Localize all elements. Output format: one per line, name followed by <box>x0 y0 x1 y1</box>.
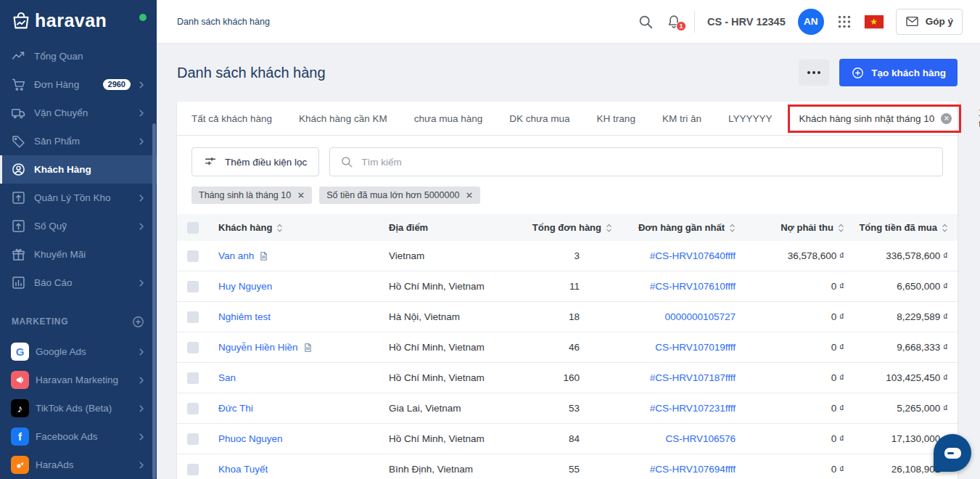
sidebar-item-tiktok-ads[interactable]: ♪ TikTok Ads (Beta) <box>0 394 157 422</box>
tab[interactable]: KH trang <box>597 113 635 124</box>
customer-name-link[interactable]: Khoa Tuyết <box>218 464 268 475</box>
add-filter-button[interactable]: Thêm điều kiện lọc <box>192 147 319 176</box>
customer-name-link[interactable]: San <box>218 372 236 383</box>
sidebar-item-cashbox[interactable]: Số Quỹ <box>0 212 157 240</box>
sidebar-item-google-ads[interactable]: G Google Ads <box>0 337 157 366</box>
sidebar-item-haraads[interactable]: HaraAds <box>0 451 157 479</box>
column-header[interactable]: Khách hàng <box>218 222 283 233</box>
customer-name-link[interactable]: Van anh <box>218 250 254 261</box>
sidebar-item-chart-line[interactable]: Tổng Quan <box>0 42 157 70</box>
add-channel-icon[interactable] <box>131 315 145 329</box>
filter-chip: Số tiền đã mua lớn hơn 5000000 <box>319 187 480 204</box>
feedback-label: Góp ý <box>926 16 953 27</box>
tab-close-icon[interactable] <box>941 113 952 124</box>
sidebar-item-cart[interactable]: Đơn Hàng 2960 <box>0 70 157 99</box>
brand-logo[interactable]: haravan <box>0 0 157 41</box>
cell-total-orders: 84 <box>508 433 612 444</box>
cell-total-spent: 5,265,000 ₫ <box>844 403 958 414</box>
avatar[interactable]: AN <box>798 9 824 35</box>
apps-grid-icon[interactable] <box>836 14 852 30</box>
recent-order-link[interactable]: 0000000105727 <box>664 311 736 322</box>
cell-debt: 0 ₫ <box>736 311 844 322</box>
column-header[interactable]: Địa điểm <box>389 222 508 233</box>
sidebar-item-report[interactable]: Báo Cáo <box>0 269 157 297</box>
row-checkbox[interactable] <box>187 433 199 445</box>
vietnam-flag-icon[interactable]: ★ <box>865 15 884 28</box>
sidebar-item-inventory[interactable]: Quản Lý Tồn Kho <box>0 184 157 212</box>
recent-order-link[interactable]: #CS-HRV107640ffff <box>650 250 736 261</box>
customer-name-link[interactable]: Nghiêm test <box>218 311 271 322</box>
cell-debt: 0 ₫ <box>736 433 844 444</box>
row-checkbox[interactable] <box>187 403 199 414</box>
create-customer-label: Tạo khách hàng <box>871 67 946 78</box>
column-header[interactable]: Nợ phải thu <box>736 222 844 233</box>
tab-label: chưa mua hàng <box>414 113 483 124</box>
column-header[interactable]: Tổng tiền đã mua <box>844 222 948 233</box>
tab-label: Khách hàng sinh nhật tháng 10 <box>799 113 934 124</box>
recent-order-link[interactable]: #CS-HRV107187ffff <box>650 372 736 383</box>
chevron-right-icon <box>136 404 147 414</box>
chevron-right-icon <box>136 80 147 90</box>
sidebar-item-label: HaraAds <box>36 459 74 470</box>
select-all-checkbox[interactable] <box>187 222 199 234</box>
customer-name-link[interactable]: Phuoc Nguyen <box>218 433 283 444</box>
sidebar-nav: Tổng Quan Đơn Hàng 2960 Vận Chuyển Sản P… <box>0 41 157 297</box>
chip-remove-icon[interactable] <box>297 192 305 199</box>
column-header-label: Địa điểm <box>389 222 428 233</box>
row-checkbox[interactable] <box>187 250 199 262</box>
feedback-button[interactable]: Góp ý <box>896 9 963 35</box>
notifications-button[interactable]: 1 <box>666 14 682 30</box>
tab[interactable]: KM tri ân <box>662 113 701 124</box>
sidebar-scrollbar[interactable] <box>152 123 156 479</box>
add-filter-label: Thêm điều kiện lọc <box>225 157 307 168</box>
tab[interactable]: DK chưa mua <box>509 113 569 124</box>
customer-name-link[interactable]: Nguyễn Hiền Hiền <box>218 342 298 353</box>
recent-order-link[interactable]: #CS-HRV107231ffff <box>650 403 736 414</box>
sidebar-item-tag[interactable]: Sản Phẩm <box>0 127 157 155</box>
tab-label: Tất cả khách hàng <box>192 113 272 124</box>
tab[interactable]: Tất cả khách hàng <box>192 113 272 124</box>
sidebar-item-truck[interactable]: Vận Chuyển <box>0 99 157 127</box>
row-checkbox[interactable] <box>187 372 199 384</box>
recent-order-link[interactable]: CS-HRV106576 <box>665 433 736 444</box>
sidebar-item-gift[interactable]: Khuyến Mãi <box>0 240 157 269</box>
cell-total-orders: 11 <box>508 281 612 292</box>
tab-label: KM tri ân <box>662 113 701 124</box>
row-checkbox[interactable] <box>187 281 199 292</box>
tab-active[interactable]: Khách hàng sinh nhật tháng 10 <box>799 113 952 124</box>
recent-order-link[interactable]: #CS-HRV107694ffff <box>650 464 736 475</box>
table-row: Khoa Tuyết Bình Định, Vietnam 55 #CS-HRV… <box>177 454 958 479</box>
row-checkbox[interactable] <box>187 464 199 475</box>
customer-name-link[interactable]: Đức Thi <box>218 403 253 414</box>
topbar: Danh sách khách hàng 1 CS - HRV 12345 AN… <box>157 0 980 44</box>
cell-debt: 36,578,600 ₫ <box>736 250 844 261</box>
recent-order-link[interactable]: #CS-HRV107610ffff <box>650 281 736 292</box>
cart-icon <box>11 77 26 92</box>
tab[interactable]: chưa mua hàng <box>414 113 483 124</box>
row-checkbox[interactable] <box>187 311 199 323</box>
column-header[interactable]: Tổng đơn hàng <box>508 222 612 233</box>
sidebar-item-label: Khuyến Mãi <box>34 249 86 260</box>
sidebar-item-facebook-ads[interactable]: f Facebook Ads <box>0 422 157 451</box>
row-checkbox[interactable] <box>187 342 199 353</box>
chip-remove-icon[interactable] <box>466 192 473 199</box>
column-header-label: Đơn hàng gần nhất <box>638 222 725 233</box>
customer-name-link[interactable]: Huy Nguyen <box>218 281 272 292</box>
search-icon[interactable] <box>638 14 654 30</box>
tabs-bar: Tất cả khách hàng Khách hàng cần KM chưa… <box>177 102 958 136</box>
sidebar-item-customer[interactable]: Khách Hàng <box>0 155 157 184</box>
search-input[interactable] <box>361 157 932 168</box>
sidebar-item-haravan-marketing[interactable]: Haravan Marketing <box>0 366 157 394</box>
table-header: Khách hàng Địa điểm Tổng đơn hàng Đơn hà… <box>177 214 958 241</box>
chat-button[interactable] <box>934 434 971 472</box>
tab[interactable]: LYYYYYY <box>728 113 773 124</box>
cell-total-orders: 55 <box>508 464 612 475</box>
tab[interactable]: Khách hàng cần KM <box>299 113 387 124</box>
more-actions-button[interactable] <box>799 60 829 86</box>
create-customer-button[interactable]: Tạo khách hàng <box>839 59 958 86</box>
cell-total-orders: 53 <box>508 403 612 414</box>
column-header[interactable]: Đơn hàng gần nhất <box>612 222 736 233</box>
filter-chip-label: Số tiền đã mua lớn hơn 5000000 <box>326 190 459 200</box>
search-icon <box>340 155 353 168</box>
recent-order-link[interactable]: CS-HRV107019ffff <box>655 342 736 353</box>
